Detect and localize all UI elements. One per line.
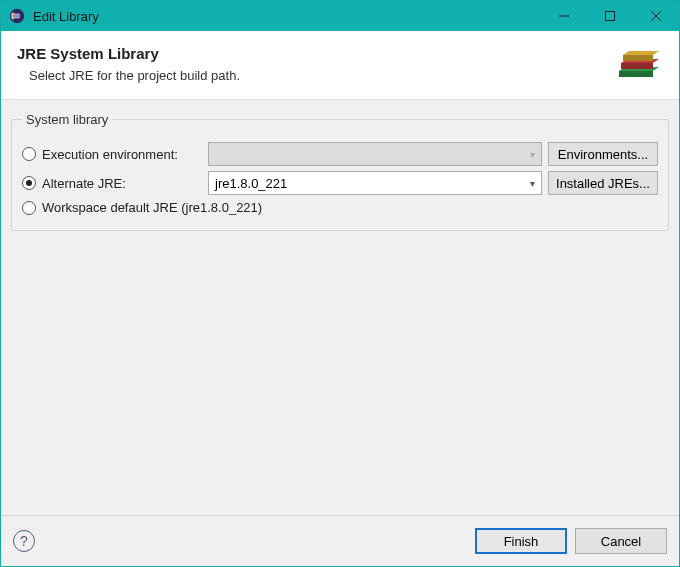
alternate-jre-row: Alternate JRE: jre1.8.0_221 ▾ Installed … bbox=[22, 171, 658, 195]
environments-button[interactable]: Environments... bbox=[548, 142, 658, 166]
radio-icon bbox=[22, 176, 36, 190]
svg-rect-10 bbox=[623, 55, 653, 61]
workspace-default-row: Workspace default JRE (jre1.8.0_221) bbox=[22, 200, 658, 215]
finish-button[interactable]: Finish bbox=[475, 528, 567, 554]
close-button[interactable] bbox=[633, 1, 679, 31]
dialog-footer: ? Finish Cancel bbox=[1, 516, 679, 566]
eclipse-icon bbox=[7, 6, 27, 26]
svg-rect-9 bbox=[621, 63, 653, 69]
alternate-jre-combo[interactable]: jre1.8.0_221 ▾ bbox=[208, 171, 542, 195]
alternate-jre-radio[interactable]: Alternate JRE: bbox=[22, 176, 202, 191]
help-icon[interactable]: ? bbox=[13, 530, 35, 552]
exec-env-row: Execution environment: ▾ Environments... bbox=[22, 142, 658, 166]
group-legend: System library bbox=[22, 112, 112, 127]
alternate-jre-value: jre1.8.0_221 bbox=[215, 176, 287, 191]
radio-icon bbox=[22, 147, 36, 161]
system-library-group: System library Execution environment: ▾ … bbox=[11, 112, 669, 231]
installed-jres-button[interactable]: Installed JREs... bbox=[548, 171, 658, 195]
exec-env-combo[interactable]: ▾ bbox=[208, 142, 542, 166]
minimize-button[interactable] bbox=[541, 1, 587, 31]
exec-env-label: Execution environment: bbox=[42, 147, 178, 162]
page-subtitle: Select JRE for the project build path. bbox=[29, 68, 615, 83]
window-title: Edit Library bbox=[33, 9, 541, 24]
workspace-default-label: Workspace default JRE (jre1.8.0_221) bbox=[42, 200, 262, 215]
cancel-button[interactable]: Cancel bbox=[575, 528, 667, 554]
chevron-down-icon: ▾ bbox=[530, 178, 535, 189]
library-icon bbox=[615, 41, 663, 83]
alternate-jre-label: Alternate JRE: bbox=[42, 176, 126, 191]
radio-icon bbox=[22, 201, 36, 215]
workspace-default-radio[interactable]: Workspace default JRE (jre1.8.0_221) bbox=[22, 200, 262, 215]
chevron-down-icon: ▾ bbox=[530, 149, 535, 160]
svg-rect-8 bbox=[619, 71, 653, 77]
maximize-button[interactable] bbox=[587, 1, 633, 31]
dialog-content: System library Execution environment: ▾ … bbox=[1, 100, 679, 515]
exec-env-radio[interactable]: Execution environment: bbox=[22, 147, 202, 162]
dialog-header: JRE System Library Select JRE for the pr… bbox=[1, 31, 679, 100]
page-title: JRE System Library bbox=[17, 45, 615, 62]
svg-rect-5 bbox=[606, 12, 615, 21]
titlebar: Edit Library bbox=[1, 1, 679, 31]
